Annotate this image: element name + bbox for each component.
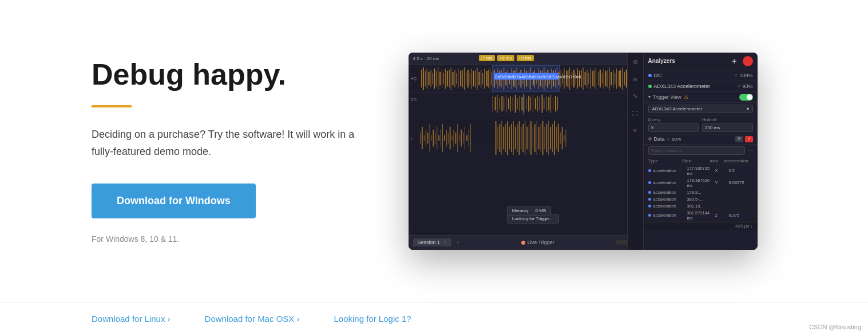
svg-rect-34	[482, 73, 483, 84]
row-dot-5	[648, 205, 651, 208]
zoom-icon[interactable]: ⊞	[630, 74, 640, 85]
session-close[interactable]: ×	[444, 240, 447, 245]
circle-icon-2: ○	[738, 83, 740, 89]
svg-rect-90	[588, 73, 589, 84]
svg-rect-29	[473, 70, 474, 86]
row-label-3: L	[411, 136, 420, 140]
download-linux-link[interactable]: Download for Linux ›	[92, 314, 171, 324]
more-options-icon[interactable]: ⋯	[747, 147, 753, 154]
dropdown-arrow: ▾	[747, 106, 749, 111]
svg-rect-91	[590, 68, 590, 88]
data-row-1[interactable]: acceleration 177.930735 ms X 0.5	[644, 165, 758, 177]
svg-rect-146	[546, 95, 546, 111]
svg-rect-157	[427, 132, 428, 143]
svg-rect-171	[453, 129, 454, 146]
query-input[interactable]: X	[648, 123, 699, 132]
data-search-input[interactable]: Type to search	[648, 146, 745, 155]
svg-rect-38	[489, 67, 490, 89]
svg-rect-203	[538, 126, 539, 149]
data-row-4[interactable]: acceleration 380.5-...	[644, 196, 758, 203]
data-row-3[interactable]: acceleration 178.8...	[644, 189, 758, 196]
holdoff-input[interactable]: 200 ms	[702, 123, 753, 132]
share-icon[interactable]: ⛶	[630, 109, 640, 119]
row-type-1: acceleration	[653, 168, 685, 173]
svg-rect-169	[449, 126, 450, 149]
svg-rect-192	[517, 123, 517, 151]
download-windows-button[interactable]: Download for Windows	[92, 184, 256, 218]
svg-rect-167	[446, 129, 446, 146]
svg-rect-215	[561, 126, 562, 149]
trigger-toggle[interactable]	[739, 94, 753, 101]
session-tab[interactable]: Session 1 ×	[413, 238, 451, 246]
list-icon[interactable]: ≡	[630, 126, 640, 136]
export-icon[interactable]: ↗	[745, 136, 753, 142]
pencil-icon[interactable]: ✎	[630, 91, 640, 102]
svg-rect-198	[529, 123, 529, 151]
session-label: Session 1	[418, 240, 441, 245]
svg-rect-208	[548, 121, 549, 154]
svg-rect-26	[467, 69, 468, 87]
svg-rect-179	[468, 129, 469, 146]
svg-rect-6	[430, 69, 431, 87]
row-axis-2: Y	[715, 180, 727, 185]
adxl-analyzer-item: ADXL343 Accelerometer ○ 93%	[644, 81, 758, 92]
adxl-label: ADXL343 Accelerometer	[654, 83, 735, 89]
row-type-6: acceleration	[653, 213, 685, 218]
svg-rect-104	[615, 73, 615, 84]
svg-rect-127	[504, 97, 504, 110]
svg-rect-213	[557, 123, 558, 151]
svg-rect-126	[501, 95, 502, 111]
analyzer-settings-icon[interactable]: ⚙	[630, 57, 640, 67]
svg-rect-158	[429, 123, 430, 151]
svg-rect-187	[507, 121, 508, 154]
svg-rect-204	[540, 123, 541, 151]
svg-rect-122	[492, 95, 493, 111]
svg-rect-2	[422, 67, 423, 89]
looking-for-logic1-link[interactable]: Looking for Logic 1?	[334, 314, 411, 324]
adxl-dropdown[interactable]: ADXL343 Accelerometer ▾	[648, 105, 753, 113]
svg-rect-27	[469, 73, 470, 84]
chevron-icon: ▾	[648, 94, 651, 99]
record-button[interactable]	[743, 56, 753, 66]
svg-rect-177	[465, 126, 465, 149]
row-type-2: acceleration	[653, 180, 685, 185]
download-mac-link[interactable]: Download for Mac OSX ›	[205, 314, 300, 324]
search-row: Type to search ⋯	[644, 145, 758, 157]
svg-rect-132	[514, 94, 516, 112]
row-label-2: DO	[411, 97, 420, 101]
svg-rect-101	[609, 67, 609, 89]
grid-icon[interactable]: ⊞	[735, 136, 743, 142]
svg-rect-94	[596, 67, 596, 89]
waveform-area: 4.5 s · 20 ms -7 ms +8 ms +9 ms HQ	[409, 53, 643, 250]
svg-rect-33	[481, 69, 481, 87]
svg-rect-176	[463, 132, 463, 143]
col-header-start: Start	[682, 158, 708, 163]
svg-rect-144	[541, 94, 542, 112]
right-panel: 4.5 s · 20 ms -7 ms +8 ms +9 ms HQ	[389, 53, 776, 250]
svg-rect-184	[501, 121, 502, 154]
svg-rect-164	[441, 129, 441, 146]
svg-rect-133	[517, 98, 517, 109]
row-type-4: acceleration	[653, 197, 685, 202]
data-row-5[interactable]: acceleration 381.10...	[644, 203, 758, 210]
row-type-3: acceleration	[653, 190, 685, 195]
svg-rect-189	[510, 123, 512, 151]
query-col: Query X	[648, 117, 699, 132]
add-session-icon[interactable]: +	[456, 238, 460, 246]
data-row-6[interactable]: acceleration 381.572144 ms Z 8.375	[644, 210, 758, 222]
data-row-2[interactable]: acceleration 178.367620 ms Y 8.06375	[644, 177, 758, 189]
search-placeholder: Type to search	[651, 148, 681, 153]
svg-rect-151	[557, 97, 557, 110]
svg-rect-148	[550, 94, 551, 112]
svg-rect-166	[443, 135, 445, 141]
svg-rect-3	[425, 70, 425, 86]
svg-rect-130	[510, 95, 510, 111]
svg-rect-209	[550, 126, 551, 149]
svg-rect-180	[470, 123, 470, 151]
waveform-row-3: L	[409, 115, 643, 161]
live-trigger-label: Live Trigger	[528, 240, 554, 245]
add-analyzer-button[interactable]: +	[732, 57, 736, 66]
svg-rect-173	[457, 123, 458, 151]
svg-rect-25	[465, 71, 466, 85]
col-header-type: Type	[648, 158, 680, 163]
